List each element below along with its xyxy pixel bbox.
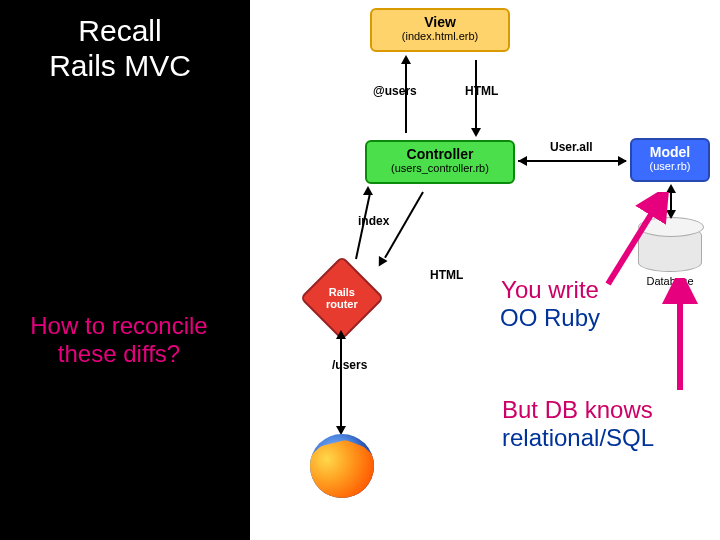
controller-sub: (users_controller.rb) xyxy=(367,162,513,174)
oo-ruby-line2: OO Ruby xyxy=(499,304,601,332)
arrow-line xyxy=(340,336,342,432)
router-node: Rails router xyxy=(300,256,385,341)
label-html-top: HTML xyxy=(465,84,498,98)
controller-title: Controller xyxy=(367,146,513,162)
arrow-line xyxy=(384,192,424,259)
annotation-oo-ruby: You write OO Ruby xyxy=(495,274,605,333)
label-user-all: User.all xyxy=(550,140,593,154)
slide-title: Recall Rails MVC xyxy=(30,14,210,83)
arrowhead-icon xyxy=(618,156,627,166)
arrowhead-icon xyxy=(401,55,411,64)
model-sub: (user.rb) xyxy=(632,160,708,172)
db-rel-line2: relational/SQL xyxy=(502,424,664,452)
reconcile-question: How to reconcile these diffs? xyxy=(14,312,224,367)
controller-box: Controller (users_controller.rb) xyxy=(365,140,515,184)
model-box: Model (user.rb) xyxy=(630,138,710,182)
label-slash-users: /users xyxy=(332,358,367,372)
router-line1: Rails xyxy=(329,286,355,298)
oo-ruby-line1: You write xyxy=(499,276,601,304)
title-line1: Recall xyxy=(30,14,210,49)
model-title: Model xyxy=(632,144,708,160)
pink-arrow-database xyxy=(650,278,710,398)
pink-arrow-model xyxy=(598,192,678,292)
router-line2: router xyxy=(326,298,358,310)
arrow-line xyxy=(405,63,407,133)
view-sub: (index.html.erb) xyxy=(372,30,508,42)
arrowhead-icon xyxy=(336,330,346,339)
arrowhead-icon xyxy=(363,186,373,195)
db-rel-line1: But DB knows xyxy=(502,396,664,424)
arrowhead-icon xyxy=(518,156,527,166)
browser-firefox-icon xyxy=(310,434,374,498)
title-line2: Rails MVC xyxy=(30,49,210,84)
reconcile-line2: these diffs? xyxy=(14,340,224,368)
annotation-db-rel: But DB knows relational/SQL xyxy=(498,394,668,453)
arrow-line xyxy=(518,160,626,162)
reconcile-line1: How to reconcile xyxy=(14,312,224,340)
arrow-line xyxy=(475,60,477,130)
view-title: View xyxy=(372,14,508,30)
view-box: View (index.html.erb) xyxy=(370,8,510,52)
label-at-users: @users xyxy=(373,84,417,98)
arrowhead-icon xyxy=(471,128,481,137)
label-html-mid: HTML xyxy=(430,268,463,282)
svg-line-0 xyxy=(608,200,660,284)
router-label: Rails router xyxy=(326,286,358,310)
